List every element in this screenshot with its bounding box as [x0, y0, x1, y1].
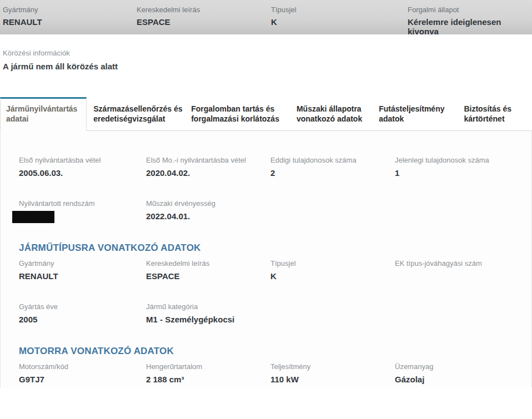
field-engine-power: Teljesítmény 110 kW [270, 362, 395, 387]
field-label: Üzemanyag [395, 362, 531, 371]
registration-row-2: Nyilvántartott rendszám Műszaki érvényes… [1, 199, 531, 243]
field-first-hu-registration: Első Mo.-i nyilvántartásba vétel 2020.04… [146, 156, 270, 180]
field-engine-number: Motorszám/kód G9TJ7 [19, 362, 146, 387]
field-value: 2005 [19, 315, 146, 326]
field-value: 2022.04.01. [146, 211, 270, 223]
field-label: Típusjel [270, 259, 395, 267]
vehicle-summary-bar: Gyártmány RENAULT Kereskedelmi leírás ES… [0, 0, 532, 34]
field-label: Típusjel [271, 6, 408, 14]
field-label: Első Mo.-i nyilvántartásba vétel [146, 156, 270, 164]
field-label: Forgalmi állapot [408, 6, 528, 14]
field-production-year: Gyártás éve 2005 [19, 302, 146, 327]
summary-field-trade-description: Kereskedelmi leírás ESPACE [137, 6, 271, 36]
field-label: Jelenlegi tulajdonosok száma [395, 156, 531, 164]
field-label: Gyártás éve [19, 302, 146, 311]
field-label: Jármű kategória [146, 302, 270, 311]
field-label: Teljesítmény [270, 362, 395, 371]
field-trade-description: Kereskedelmi leírás ESPACE [146, 259, 270, 284]
field-value: 2 188 cm³ [146, 375, 270, 386]
field-value: RENAULT [3, 17, 137, 27]
field-label: Hengerűrtartalom [146, 362, 270, 371]
tab-vehicle-registry-data[interactable]: Járműnyilvántartás adatai [0, 97, 87, 131]
wanted-info-block: Körözési információk A jármű nem áll kör… [3, 49, 532, 71]
field-label: Kereskedelmi leírás [146, 259, 270, 267]
tab-insurance-claims[interactable]: Biztosítás és kártörténet [464, 97, 525, 130]
field-label: Motorszám/kód [19, 362, 146, 371]
field-make: Gyártmány RENAULT [19, 259, 146, 284]
field-value: G9TJ7 [19, 375, 146, 386]
field-label: Eddigi tulajdonosok száma [270, 156, 395, 164]
vehicle-type-row-2: Gyártás éve 2005 Jármű kategória M1 - Sz… [1, 302, 531, 346]
field-value: K [271, 17, 408, 27]
field-owners-to-date: Eddigi tulajdonosok száma 2 [270, 156, 395, 180]
summary-field-traffic-status: Forgalmi állapot Kérelemre ideiglenesen … [408, 6, 528, 36]
field-label: Nyilvántartott rendszám [19, 199, 146, 208]
summary-field-type-code: Típusjel K [271, 6, 408, 36]
tab-bar: Járműnyilvántartás adatai Származásellen… [0, 97, 532, 131]
field-type-code: Típusjel K [270, 259, 395, 284]
field-value: K [270, 271, 395, 282]
engine-row-1: Motorszám/kód G9TJ7 Hengerűrtartalom 2 1… [1, 362, 531, 387]
field-fuel-type: Üzemanyag Gázolaj [395, 362, 531, 387]
field-label: Műszaki érvényesség [146, 199, 270, 208]
wanted-info-label: Körözési információk [3, 49, 532, 57]
registration-row-1: Első nyilvántartásba vétel 2005.06.03. E… [1, 156, 531, 199]
field-value [395, 271, 531, 282]
field-engine-displacement: Hengerűrtartalom 2 188 cm³ [146, 362, 270, 387]
section-heading-engine: MOTORRA VONATKOZÓ ADATOK [19, 346, 531, 357]
tab-mileage-data[interactable]: Futásteljesítmény adatok [379, 97, 457, 130]
tab-panel-registry-data: Első nyilvántartásba vétel 2005.06.03. E… [0, 131, 532, 387]
field-label: Kereskedelmi leírás [137, 6, 271, 14]
field-value: M1 - Személygépkocsi [146, 315, 270, 326]
wanted-info-value: A jármű nem áll körözés alatt [3, 62, 532, 71]
field-value: 2020.04.02. [146, 168, 270, 179]
field-current-owners: Jelenlegi tulajdonosok száma 1 [395, 156, 531, 180]
field-value: ESPACE [146, 271, 270, 282]
field-value: RENAULT [19, 271, 146, 282]
summary-field-make: Gyártmány RENAULT [3, 6, 137, 36]
field-vehicle-category: Jármű kategória M1 - Személygépkocsi [146, 302, 270, 327]
vehicle-type-row-1: Gyártmány RENAULT Kereskedelmi leírás ES… [1, 259, 531, 302]
field-value: Kérelemre ideiglenesen kivonva [408, 17, 528, 36]
field-label: Gyártmány [19, 259, 146, 267]
vehicle-record-page: Gyártmány RENAULT Kereskedelmi leírás ES… [0, 0, 532, 419]
field-value: 2005.06.03. [19, 168, 146, 179]
field-value: 110 kW [270, 375, 395, 386]
field-label: Első nyilvántartásba vétel [19, 156, 146, 164]
field-label: Gyártmány [3, 6, 137, 14]
field-registered-plate: Nyilvántartott rendszám [19, 199, 146, 224]
field-value: Gázolaj [395, 375, 531, 386]
tab-origin-check[interactable]: Származásellenőrzés és eredetiségvizsgál… [93, 97, 184, 130]
field-technical-validity: Műszaki érvényesség 2022.04.01. [146, 199, 270, 224]
field-value: 2 [270, 168, 395, 179]
section-heading-vehicle-type: JÁRMŰTÍPUSRA VONATKOZÓ ADATOK [19, 243, 531, 254]
tab-technical-condition[interactable]: Műszaki állapotra vonatkozó adatok [297, 97, 372, 130]
redacted-plate-value [12, 211, 54, 223]
field-ec-type-approval: EK típus-jóváhagyási szám [395, 259, 531, 284]
field-first-registration: Első nyilvántartásba vétel 2005.06.03. [19, 156, 146, 180]
field-value: 1 [395, 168, 531, 179]
tab-circulation-restrictions[interactable]: Forgalomban tartás és forgalmazási korlá… [191, 97, 290, 130]
field-label: EK típus-jóváhagyási szám [395, 259, 531, 267]
field-value: ESPACE [137, 17, 271, 27]
